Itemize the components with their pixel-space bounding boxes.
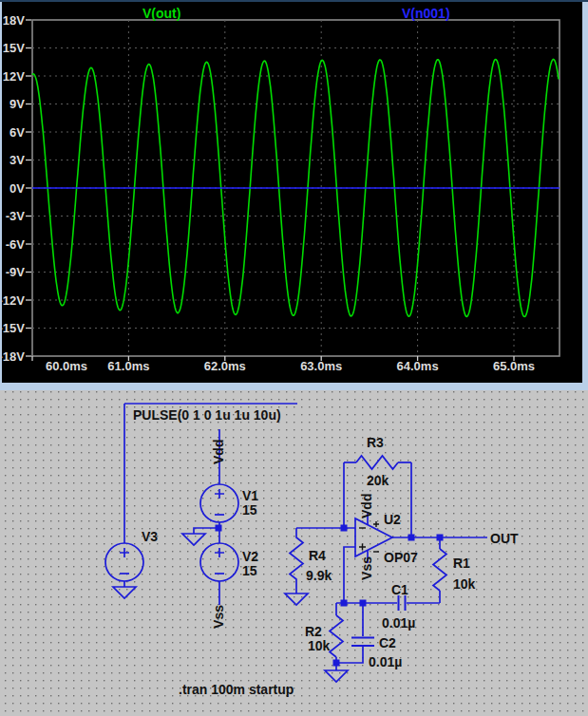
c1-value-label[interactable]: 0.01µ <box>382 615 415 631</box>
r4-name-label[interactable]: R4 <box>309 548 326 563</box>
v1-name-label[interactable]: V1 <box>242 488 258 503</box>
r1-value-label[interactable]: 10k <box>453 576 476 592</box>
x-axis-label[interactable]: 62.0ms <box>204 359 246 373</box>
x-axis-label[interactable]: 65.0ms <box>493 359 535 373</box>
junction <box>341 600 348 607</box>
waveform-plot[interactable]: 18V15V12V9V6V3V0V-3V-6V-9V-12V-15V-18V60… <box>2 2 582 383</box>
x-axis-label[interactable]: 61.0ms <box>107 359 149 373</box>
schematic-canvas[interactable]: PULSE(0 1 0 1u 1u 10u) .tran 100m startu… <box>0 390 588 716</box>
v2-value-label[interactable]: 15 <box>242 563 257 578</box>
spice-directive-tran[interactable]: .tran 100m startup <box>179 682 294 697</box>
v1-value-label[interactable]: 15 <box>242 502 257 518</box>
y-axis-label[interactable]: 3V <box>9 153 25 167</box>
c2-value-label[interactable]: 0.01µ <box>369 654 402 669</box>
y-axis-label[interactable]: 6V <box>9 125 25 140</box>
y-axis-label[interactable]: -12V <box>2 293 25 308</box>
y-axis-label[interactable]: 9V <box>9 97 25 111</box>
y-axis-label[interactable]: -18V <box>2 349 25 364</box>
y-axis-label[interactable]: 12V <box>3 69 25 84</box>
net-label-vss-v2[interactable]: Vss <box>211 605 226 629</box>
net-label-vdd-v1[interactable]: Vdd <box>211 440 226 464</box>
y-axis-label[interactable]: 0V <box>9 181 25 196</box>
schematic-pane[interactable]: PULSE(0 1 0 1u 1u 10u) .tran 100m startu… <box>0 390 588 716</box>
v3-name-label[interactable]: V3 <box>142 529 158 544</box>
ltspice-window: { "plot": { "legends": [ {"label": "V(ou… <box>0 0 588 716</box>
net-label-out[interactable]: OUT <box>490 531 519 546</box>
x-axis-label[interactable]: 60.0ms <box>46 359 87 373</box>
c2-name-label[interactable]: C2 <box>379 635 396 650</box>
v3-value-pulse[interactable]: PULSE(0 1 0 1u 1u 10u) <box>133 407 281 423</box>
r3-value-label[interactable]: 20k <box>367 473 389 488</box>
schematic-grid-dots <box>0 390 588 716</box>
y-axis-label[interactable]: -9V <box>6 265 26 279</box>
junction <box>437 535 444 541</box>
r4-value-label[interactable]: 9.9k <box>306 568 332 583</box>
y-axis-label[interactable]: -3V <box>6 209 26 223</box>
r2-value-label[interactable]: 10k <box>308 638 331 653</box>
y-axis-label[interactable]: -15V <box>2 321 25 335</box>
x-axis-label[interactable]: 63.0ms <box>300 359 342 373</box>
y-axis-label[interactable]: -6V <box>6 237 26 252</box>
junction <box>341 525 348 532</box>
y-axis-label[interactable]: 15V <box>3 41 25 55</box>
legend-vn001[interactable]: V(n001) <box>402 6 450 21</box>
y-axis-label[interactable]: 18V <box>3 13 25 28</box>
net-label-vdd-u2[interactable]: Vdd <box>359 494 374 518</box>
r1-name-label[interactable]: R1 <box>453 556 470 571</box>
junction <box>216 525 222 532</box>
net-label-vss-u2[interactable]: Vss <box>359 556 374 580</box>
junction <box>360 600 367 607</box>
v2-name-label[interactable]: V2 <box>242 549 258 564</box>
junction <box>408 535 415 541</box>
junction <box>333 660 340 667</box>
u2-name-label[interactable]: U2 <box>384 512 401 527</box>
r2-name-label[interactable]: R2 <box>305 624 322 639</box>
legend-vout[interactable]: V(out) <box>142 6 180 21</box>
waveform-pane[interactable]: 18V15V12V9V6V3V0V-3V-6V-9V-12V-15V-18V60… <box>2 2 582 383</box>
c1-name-label[interactable]: C1 <box>391 582 408 597</box>
r3-name-label[interactable]: R3 <box>367 435 384 450</box>
x-axis-label[interactable]: 64.0ms <box>397 359 439 373</box>
u2-value-label[interactable]: OP07 <box>384 550 418 565</box>
